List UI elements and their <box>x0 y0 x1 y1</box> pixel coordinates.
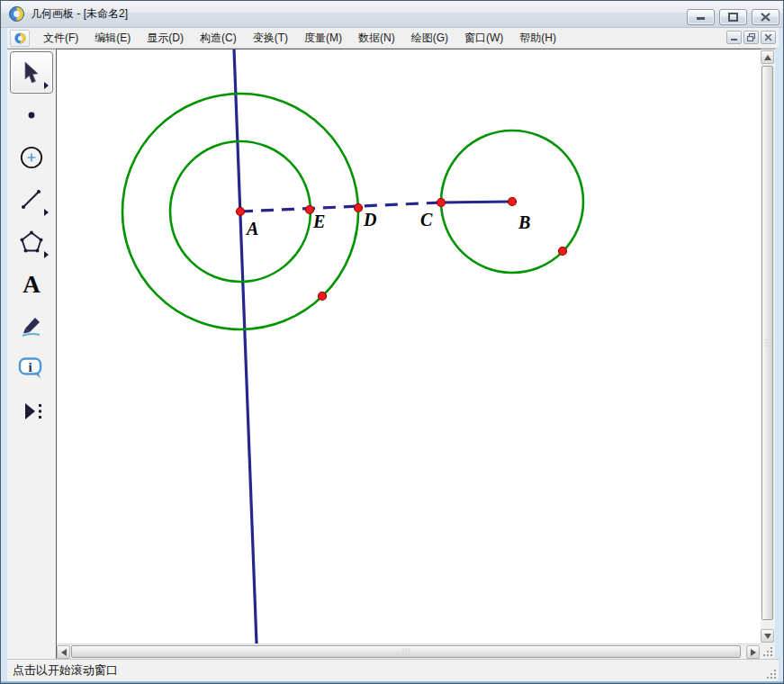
scroll-down-icon <box>764 634 771 639</box>
scroll-left-icon <box>61 649 67 656</box>
svg-text:A: A <box>23 271 41 298</box>
point-B[interactable] <box>509 198 517 206</box>
point-tool-icon <box>20 104 43 127</box>
segment-tool-icon <box>19 187 44 212</box>
document-menu-button[interactable] <box>10 30 30 47</box>
tool-flyout-icon <box>44 251 49 258</box>
menu-item-edit[interactable]: 编辑(E) <box>86 28 139 49</box>
label-E: E <box>312 212 325 231</box>
compass-circle-tool[interactable] <box>10 136 53 178</box>
scroll-right-button[interactable] <box>746 645 760 659</box>
text-tool[interactable]: A <box>10 263 53 305</box>
marker-tool-icon <box>18 313 45 340</box>
label-A: A <box>245 219 258 238</box>
horizontal-scroll-thumb[interactable] <box>71 645 741 658</box>
close-button[interactable] <box>752 9 779 25</box>
custom-tool[interactable] <box>10 390 53 432</box>
scroll-grip-icon <box>764 340 770 346</box>
selection-arrow-tool[interactable] <box>10 51 53 94</box>
mdi-restore-button[interactable] <box>743 31 759 44</box>
scroll-grip-icon <box>403 649 410 655</box>
selection-arrow-icon <box>20 60 43 86</box>
mdi-close-icon <box>765 34 772 41</box>
point-A[interactable] <box>237 208 245 216</box>
resize-grip-icon <box>763 647 773 657</box>
status-bar: 点击以开始滚动窗口 <box>7 659 779 681</box>
resize-grip-icon[interactable] <box>767 670 777 680</box>
polygon-tool-icon <box>18 229 45 256</box>
menu-item-file[interactable]: 文件(F) <box>35 28 86 49</box>
tool-flyout-icon <box>44 209 49 216</box>
custom-tool-icon <box>18 399 45 424</box>
tool-flyout-icon <box>44 82 49 89</box>
scroll-up-icon <box>764 55 771 60</box>
information-tool[interactable]: i <box>10 347 53 390</box>
menu-item-display[interactable]: 显示(D) <box>139 28 192 49</box>
menu-item-graph[interactable]: 绘图(G) <box>403 28 456 49</box>
horizontal-scrollbar[interactable] <box>57 644 761 659</box>
point-C[interactable] <box>437 199 446 207</box>
menu-item-measure[interactable]: 度量(M) <box>296 28 350 49</box>
app-window: 几何画板 - [未命名2] <box>0 0 784 684</box>
window-title: 几何画板 - [未命名2] <box>31 6 128 22</box>
menu-item-window[interactable]: 窗口(W) <box>456 28 511 49</box>
menu-item-transform[interactable]: 变换(T) <box>245 28 296 49</box>
polygon-tool[interactable] <box>10 220 53 263</box>
document-logo-icon <box>14 32 26 44</box>
marker-tool[interactable] <box>10 305 53 347</box>
straightedge-segment-tool[interactable] <box>10 178 53 220</box>
label-D: D <box>363 210 376 230</box>
vertical-scroll-thumb[interactable] <box>761 66 773 620</box>
scrollbar-corner <box>761 644 775 659</box>
menu-item-construct[interactable]: 构造(C) <box>192 28 245 49</box>
radius-segment-CB[interactable] <box>441 202 512 202</box>
mdi-minimize-icon <box>731 34 738 41</box>
label-C: C <box>420 210 433 230</box>
scroll-up-button[interactable] <box>761 50 774 64</box>
menu-item-help[interactable]: 帮助(H) <box>511 28 564 49</box>
label-B: B <box>518 212 530 232</box>
minimize-button[interactable] <box>687 9 715 25</box>
maximize-icon <box>728 13 738 22</box>
perpendicular-line-through-A[interactable] <box>234 50 257 644</box>
point-tool[interactable] <box>10 94 53 136</box>
mdi-minimize-button[interactable] <box>726 31 742 44</box>
status-text: 点击以开始滚动窗口 <box>13 662 118 679</box>
svg-text:i: i <box>28 359 32 374</box>
dashed-segment-AC[interactable] <box>240 202 441 212</box>
title-bar: 几何画板 - [未命名2] <box>1 1 784 28</box>
scroll-down-button[interactable] <box>761 629 774 643</box>
close-icon <box>761 13 770 22</box>
point-on-outer-circle-A[interactable] <box>319 292 327 301</box>
point-on-circle-B[interactable] <box>559 248 567 256</box>
compass-circle-icon <box>18 144 45 171</box>
mdi-close-button[interactable] <box>761 31 776 44</box>
scroll-right-icon <box>751 649 756 656</box>
mdi-restore-icon <box>747 33 755 41</box>
sketch-canvas[interactable]: AEDCB <box>57 49 761 644</box>
maximize-button[interactable] <box>719 9 747 25</box>
tool-palette: A i <box>7 49 57 659</box>
text-tool-icon: A <box>18 271 45 298</box>
scroll-left-button[interactable] <box>57 645 70 659</box>
point-D[interactable] <box>355 204 363 212</box>
information-tool-icon: i <box>17 356 46 382</box>
menu-item-data[interactable]: 数据(N) <box>350 28 403 49</box>
app-logo-icon <box>9 6 24 22</box>
minimize-icon <box>696 14 706 22</box>
vertical-scrollbar[interactable] <box>761 49 775 644</box>
menu-bar: 文件(F) 编辑(E) 显示(D) 构造(C) 变换(T) 度量(M) 数据(N… <box>7 28 779 49</box>
content-area: A i <box>7 49 775 659</box>
